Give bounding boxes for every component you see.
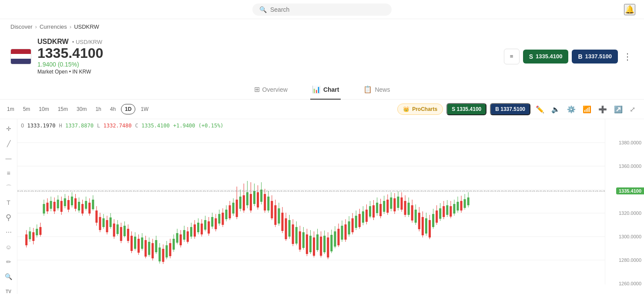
- currency-label: IN KRW: [72, 69, 91, 75]
- current-price-tag: 1335.4100: [616, 187, 644, 194]
- asset-info: USDKRW • USD/KRW 1335.4100 1.9400 (0.15%…: [37, 38, 103, 75]
- dash-tool[interactable]: —: [3, 152, 15, 164]
- breadcrumb-discover[interactable]: Discover: [10, 23, 33, 30]
- buy-price: 1337.5100: [585, 53, 612, 60]
- search-box[interactable]: 🔍: [252, 3, 392, 16]
- time-4h[interactable]: 4h: [107, 104, 119, 114]
- time-30m[interactable]: 30m: [73, 104, 90, 114]
- time-5m[interactable]: 5m: [20, 104, 34, 114]
- tab-news[interactable]: 📋 News: [362, 80, 392, 100]
- news-icon: 📋: [363, 85, 372, 94]
- tab-overview[interactable]: ⊞ Overview: [252, 80, 289, 100]
- price-1380: 1380.0000: [619, 140, 641, 145]
- asset-header: USDKRW • USD/KRW 1335.4100 1.9400 (0.15%…: [0, 34, 644, 80]
- breadcrumb-sep2: ›: [70, 23, 71, 30]
- market-status: Market Open: [37, 69, 67, 75]
- more-button[interactable]: ⋮: [621, 50, 634, 63]
- chart-icon: 📊: [312, 85, 321, 94]
- time-15m[interactable]: 15m: [54, 104, 71, 114]
- pencil-icon[interactable]: ✏️: [534, 104, 546, 115]
- overview-icon: ⊞: [254, 85, 260, 94]
- buy-button[interactable]: B 1337.5100: [572, 50, 618, 63]
- multi-line-tool[interactable]: ≡: [3, 167, 15, 179]
- filter-button[interactable]: ≡: [504, 49, 520, 64]
- chart-right-tools: 👑 ProCharts S 1335.4100 B 1337.5100 ✏️ 🔈…: [397, 103, 637, 115]
- asset-pair: • USD/KRW: [72, 39, 102, 45]
- zoom-tool[interactable]: 🔍: [3, 271, 15, 283]
- ohlc-l: L 1332.7480: [97, 123, 132, 129]
- plus-icon[interactable]: ➕: [597, 104, 609, 115]
- left-toolbar: ✛ ╱ — ≡ ⌒ T ⚲ ⋯ ☺ ✏ 🔍 TV: [0, 119, 17, 294]
- tab-chart-label: Chart: [323, 86, 339, 93]
- asset-symbol: USDKRW: [37, 38, 69, 46]
- sell-button[interactable]: S 1335.4100: [523, 50, 569, 63]
- chart-container: ✛ ╱ — ≡ ⌒ T ⚲ ⋯ ☺ ✏ 🔍 TV O 1333.1970 H 1…: [0, 119, 644, 294]
- indicator-icon[interactable]: 🔈: [550, 104, 562, 115]
- ohlc-h: H 1337.8870: [59, 123, 94, 129]
- price-scale: 1380.0000 1360.0000 1340.0000 1320.0000 …: [605, 119, 644, 284]
- tabs: ⊞ Overview 📊 Chart 📋 News: [0, 80, 644, 100]
- breadcrumb-current: USDKRW: [74, 23, 99, 30]
- time-1w[interactable]: 1W: [137, 104, 152, 114]
- time-1m[interactable]: 1m: [3, 104, 18, 114]
- measure-tool[interactable]: ⚲: [3, 211, 15, 224]
- ohlc-c: C 1335.4100: [135, 123, 170, 129]
- curve-tool[interactable]: ⌒: [3, 182, 15, 194]
- chart-area[interactable]: O 1333.1970 H 1337.8870 L 1332.7480 C 13…: [17, 119, 605, 284]
- prochart-label: ProCharts: [412, 106, 437, 112]
- ohlc-row: O 1333.1970 H 1337.8870 L 1332.7480 C 13…: [21, 123, 224, 129]
- symbol-row: USDKRW • USD/KRW: [37, 38, 103, 46]
- breadcrumb: Discover › Currencies › USDKRW: [0, 19, 644, 34]
- time-10m[interactable]: 10m: [35, 104, 52, 114]
- text-tool[interactable]: T: [3, 197, 15, 209]
- tab-chart[interactable]: 📊 Chart: [310, 80, 341, 100]
- bar-chart-icon[interactable]: 📶: [581, 104, 593, 115]
- smile-tool[interactable]: ☺: [3, 241, 15, 253]
- price-1300: 1300.0000: [619, 234, 641, 239]
- price-1360: 1360.0000: [619, 164, 641, 169]
- pattern-tool[interactable]: ⋯: [3, 226, 15, 238]
- asset-change: 1.9400 (0.15%): [37, 61, 103, 68]
- expand-icon[interactable]: ⤢: [628, 104, 637, 115]
- sell-tag[interactable]: S 1335.4100: [446, 103, 486, 115]
- tab-overview-label: Overview: [262, 86, 288, 93]
- crown-icon: 👑: [403, 106, 409, 112]
- price-1260: 1260.0000: [619, 281, 641, 286]
- tv-brand: TV: [3, 285, 15, 294]
- notification-bell[interactable]: 🔔: [624, 4, 635, 15]
- search-icon: 🔍: [259, 6, 267, 13]
- breadcrumb-currencies[interactable]: Currencies: [40, 23, 67, 30]
- ohlc-change: +1.9400 (+0.15%): [173, 123, 224, 129]
- share-icon[interactable]: ↗️: [612, 104, 624, 115]
- time-buttons: 1m 5m 10m 15m 30m 1h 4h 1D 1W: [3, 104, 152, 114]
- ohlc-o: O 1333.1970: [21, 123, 56, 129]
- search-input[interactable]: [270, 6, 385, 13]
- price-1320: 1320.0000: [619, 210, 641, 216]
- price-1280: 1280.0000: [619, 257, 641, 263]
- chart-svg: [17, 119, 605, 284]
- asset-price: 1335.4100: [37, 46, 103, 61]
- settings-icon[interactable]: ⚙️: [565, 104, 577, 115]
- prochart-button[interactable]: 👑 ProCharts: [397, 104, 443, 115]
- tab-news-label: News: [375, 86, 390, 93]
- breadcrumb-sep1: ›: [35, 23, 37, 30]
- time-1h[interactable]: 1h: [92, 104, 104, 114]
- eraser-tool[interactable]: ✏: [3, 256, 15, 268]
- asset-flag: [10, 49, 31, 64]
- sell-label: S: [529, 53, 533, 60]
- sell-price: 1335.4100: [536, 53, 562, 60]
- chart-toolbar: 1m 5m 10m 15m 30m 1h 4h 1D 1W 👑 ProChart…: [0, 100, 644, 119]
- asset-left: USDKRW • USD/KRW 1335.4100 1.9400 (0.15%…: [10, 38, 103, 75]
- time-1d[interactable]: 1D: [121, 104, 135, 114]
- asset-meta: Market Open • IN KRW: [37, 69, 103, 75]
- buy-label: B: [578, 53, 582, 60]
- line-tool[interactable]: ╱: [3, 137, 15, 150]
- top-bar: 🔍 🔔: [0, 0, 644, 19]
- buy-tag[interactable]: B 1337.5100: [490, 103, 530, 115]
- crosshair-tool[interactable]: ✛: [3, 123, 15, 135]
- asset-controls: ≡ S 1335.4100 B 1337.5100 ⋮: [504, 49, 634, 64]
